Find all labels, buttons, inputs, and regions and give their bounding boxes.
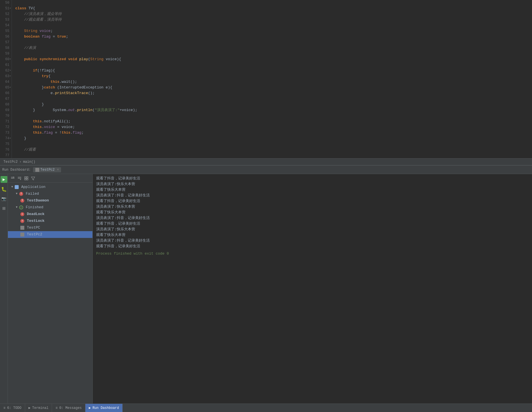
code-line: }catch (InterruptedException e){	[15, 85, 532, 90]
code-line: String voice;	[15, 28, 532, 34]
output-line: 观看了快乐大本营	[96, 232, 529, 238]
tree-item-label: Application	[21, 184, 46, 190]
errorx-icon: ✕	[20, 212, 24, 216]
tab-icon-run-dashboard: ▶	[89, 406, 91, 410]
svg-rect-6	[25, 179, 26, 180]
line-number: 61	[1, 62, 9, 68]
tab-label-messages: 0: Messages	[59, 406, 82, 410]
tree-item-finished[interactable]: ▼ Finished	[8, 204, 92, 211]
output-line: 演员表演了:快乐大本营	[96, 227, 529, 232]
output-line: 演员表演了:抖音，记录美好生活	[96, 193, 529, 198]
fold-icon[interactable]: ▾	[9, 85, 11, 90]
line-number: 65▾	[1, 85, 9, 90]
run-button[interactable]: ▶	[1, 176, 7, 183]
code-line: e.printStackTrace();	[15, 90, 532, 96]
line-number: 56	[1, 34, 9, 40]
snapshot-button[interactable]: 📷	[1, 195, 7, 202]
line-number: 68	[1, 102, 9, 107]
layout-button[interactable]: ⊞	[1, 205, 7, 212]
code-line: public synchronized void play(String voi…	[15, 57, 532, 62]
run-dashboard: Run Dashboard: TestPc2 × ▶ 🐛 📷 ⊞	[0, 165, 532, 404]
app-icon	[15, 185, 19, 189]
output-line: 观看了抖音，记录美好生活	[96, 244, 529, 249]
tab-icon-messages: ≡	[55, 406, 57, 410]
code-line: }	[15, 102, 532, 107]
errorx-icon: ✕	[20, 219, 24, 223]
output-line: 演员表演了:抖音，记录美好生活	[96, 238, 529, 244]
bottom-tab-run-dashboard[interactable]: ▶Run Dashboard	[85, 404, 123, 412]
line-number: 69	[1, 107, 9, 113]
line-number: 74▾	[1, 136, 9, 141]
line-numbers: 5051▾525354555657585960▾6162▾63▾6465▾666…	[0, 0, 12, 158]
tree-content: ▼ Application▼ !Failed!TestDaemon▼ Finis…	[8, 183, 92, 404]
tree-item-label: TestPC	[27, 224, 40, 231]
line-number: 73	[1, 130, 9, 136]
code-line	[15, 51, 532, 57]
output-line: 演员表演了:快乐大本营	[96, 181, 529, 187]
tree-arrow-failed[interactable]: ▼	[16, 190, 18, 197]
tree-arrow-application[interactable]: ▼	[11, 184, 13, 190]
fold-icon[interactable]: ▾	[9, 68, 11, 73]
fold-icon[interactable]: ▾	[9, 136, 11, 141]
sort-button[interactable]	[16, 175, 23, 181]
rerun-all-button[interactable]	[10, 175, 16, 181]
line-number: 59	[1, 51, 9, 57]
dashboard-body: ▶ 🐛 📷 ⊞	[0, 174, 532, 404]
fold-icon[interactable]: ▾	[9, 6, 11, 11]
output-line: 观看了快乐大本营	[96, 210, 529, 215]
tree-item-deadlock[interactable]: ✕DeadLock	[8, 211, 92, 218]
code-lines[interactable]: class TV{ //演员表演，观众等待 //观众观看，演员等待 String…	[12, 0, 532, 158]
tree-arrow-finished[interactable]: ▼	[16, 204, 18, 211]
tree-item-label: TestLock	[27, 218, 44, 224]
tree-panel: ▼ Application▼ !Failed!TestDaemon▼ Finis…	[8, 174, 93, 404]
bottom-tab-todo[interactable]: ≡6: TODO	[0, 404, 25, 412]
tree-item-label: Finished	[26, 204, 43, 211]
fold-icon[interactable]: ▾	[9, 57, 11, 62]
dashboard-tab[interactable]: TestPc2 ×	[33, 167, 61, 172]
filter-button[interactable]	[30, 175, 36, 181]
bottom-tab-messages[interactable]: ≡0: Messages	[52, 404, 85, 412]
bottom-tab-terminal[interactable]: ▶Terminal	[25, 404, 52, 412]
line-number: 57	[1, 40, 9, 45]
bottom-tabs: ≡6: TODO▶Terminal≡0: Messages▶Run Dashbo…	[0, 404, 532, 412]
tree-item-failed[interactable]: ▼ !Failed	[8, 190, 92, 197]
tree-item-testpc2[interactable]: TestPc2	[8, 231, 92, 238]
breadcrumb: TestPc2 › main()	[0, 158, 532, 165]
code-line: //观看	[15, 147, 532, 153]
tree-item-label: DeadLock	[27, 211, 44, 218]
code-line	[15, 23, 532, 28]
finished-icon	[19, 205, 23, 209]
code-line: }	[15, 136, 532, 141]
line-number: 51▾	[1, 6, 9, 11]
grid-view-button[interactable]	[23, 175, 29, 181]
debug-button[interactable]: 🐛	[1, 186, 7, 192]
line-number: 75	[1, 141, 9, 147]
tab-label-terminal: Terminal	[32, 406, 49, 410]
tree-toolbar	[8, 174, 92, 183]
code-line: this.wait();	[15, 79, 532, 85]
code-line: //演员表演，观众等待	[15, 11, 532, 17]
line-number: 62▾	[1, 68, 9, 73]
line-number: 70	[1, 113, 9, 119]
code-line: this.flag = !this.flag;	[15, 130, 532, 136]
tree-item-application[interactable]: ▼ Application	[8, 184, 92, 190]
output-panel: 观看了抖音，记录美好生活演员表演了:快乐大本营观看了快乐大本营演员表演了:抖音，…	[93, 174, 532, 404]
dashboard-tab-name: TestPc2	[40, 168, 55, 172]
tree-item-testdaemon[interactable]: !TestDaemon	[8, 197, 92, 204]
code-line: boolean flag = true;	[15, 34, 532, 40]
output-line: 观看了抖音，记录美好生活	[96, 221, 529, 227]
line-number: 66	[1, 90, 9, 96]
tree-item-label: TestDaemon	[27, 197, 49, 204]
close-tab-button[interactable]: ×	[57, 168, 59, 172]
code-content: 5051▾525354555657585960▾6162▾63▾6465▾666…	[0, 0, 532, 158]
fold-icon[interactable]: ▾	[9, 73, 11, 79]
line-number: 58	[1, 45, 9, 51]
tree-item-testlock[interactable]: ✕TestLock	[8, 218, 92, 224]
line-number: 53	[1, 17, 9, 23]
tree-item-testpc[interactable]: TestPC	[8, 224, 92, 231]
output-line: 演员表演了:快乐大本营	[96, 204, 529, 210]
output-line: 观看了抖音，记录美好生活	[96, 198, 529, 204]
code-line: if(!flag){	[15, 68, 532, 73]
svg-rect-4	[25, 177, 26, 178]
code-line: this.notifyAll();	[15, 119, 532, 124]
